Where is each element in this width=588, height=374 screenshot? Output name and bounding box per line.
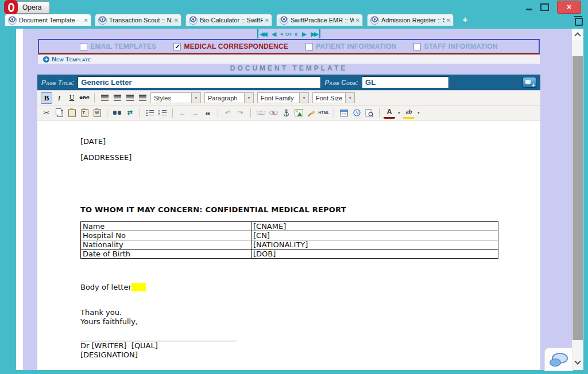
window-close-button[interactable]: × xyxy=(557,1,581,14)
pager-last-button[interactable]: ▶▶ xyxy=(311,29,320,38)
filter-patient-information[interactable]: ✓ PATIENT INFORMATION xyxy=(305,42,396,50)
tab-swiftpractice-emr[interactable]: SwiftPractice EMR :: W... × xyxy=(276,14,363,26)
tab-close-icon[interactable]: × xyxy=(356,17,359,24)
page-viewport: ◀◀ ◀ 4 OF 8 ▶ ▶▶ ✓ EMAIL TEMPLATES ✓ MED… xyxy=(16,29,583,370)
align-center-button[interactable] xyxy=(111,92,123,104)
font-size-dropdown[interactable]: Font Size ▼ xyxy=(312,92,355,103)
pager-first-button[interactable]: ◀◀ xyxy=(257,29,268,38)
page-title-input[interactable] xyxy=(78,76,321,88)
insert-time-button[interactable] xyxy=(351,107,362,119)
outdent-button[interactable]: ← xyxy=(177,107,188,119)
undo-button[interactable]: ↶ xyxy=(222,107,234,119)
tab-title: Bio-Calculator :: SwiftP... xyxy=(200,17,263,24)
redo-button[interactable]: ↷ xyxy=(235,107,246,119)
chevron-down-icon[interactable]: ▼ xyxy=(345,93,354,103)
styles-dropdown[interactable]: Styles ▼ xyxy=(150,92,201,103)
tab-admission-register[interactable]: Admission Register :: S... × xyxy=(367,14,454,26)
font-color-chevron-icon[interactable]: ▼ xyxy=(396,111,402,115)
pager-position-label: 4 OF 8 xyxy=(280,32,297,37)
tab-close-icon[interactable]: × xyxy=(265,17,269,24)
tab-favicon-icon xyxy=(98,16,107,25)
table-row: Nationality [NATIONALITY] xyxy=(81,240,498,250)
bullet-list-icon xyxy=(146,110,154,116)
underline-button[interactable]: U xyxy=(66,92,78,104)
italic-button[interactable]: I xyxy=(53,92,65,104)
chat-widget-button[interactable] xyxy=(544,348,573,371)
browser-titlebar: Opera × xyxy=(0,0,588,14)
page-background: ◀◀ ◀ 4 OF 8 ▶ ▶▶ ✓ EMAIL TEMPLATES ✓ MED… xyxy=(23,29,572,370)
chevron-down-icon[interactable]: ▼ xyxy=(244,93,253,103)
pager-next-button[interactable]: ▶ xyxy=(302,29,307,38)
filter-medical-correspondence[interactable]: ✓ MEDICAL CORRESPONDENCE xyxy=(173,42,288,50)
table-cell-label: Nationality xyxy=(81,240,252,250)
paragraph-format-dropdown[interactable]: Paragraph ▼ xyxy=(204,92,254,103)
new-template-link[interactable]: New Template xyxy=(52,56,91,63)
email-templates-checkbox[interactable]: ✓ xyxy=(80,43,87,50)
highlight-color-chevron-icon[interactable]: ▼ xyxy=(416,111,421,115)
unlink-icon xyxy=(269,111,278,115)
tab-bio-calculator[interactable]: Bio-Calculator :: SwiftP... × xyxy=(185,14,272,26)
html-source-button[interactable]: HTML xyxy=(318,107,330,119)
template-field-bar: Page Title: Page Code: xyxy=(37,75,540,90)
insert-image-button[interactable] xyxy=(293,107,304,119)
highlight-color-button[interactable]: ab xyxy=(403,107,415,119)
medical-correspondence-checkbox[interactable]: ✓ xyxy=(173,43,181,50)
window-minimize-button[interactable] xyxy=(526,4,532,10)
closed-tabs-trash-button[interactable] xyxy=(574,15,582,24)
toolbar-separator xyxy=(250,108,251,118)
table-cell-label: Date of Birth xyxy=(81,250,252,259)
anchor-button[interactable] xyxy=(280,107,292,119)
tab-close-icon[interactable]: × xyxy=(447,17,450,24)
paste-from-word-button[interactable] xyxy=(91,107,103,119)
page-title: DOCUMENT TEMPLATE xyxy=(37,64,540,72)
paste-button[interactable] xyxy=(66,107,78,119)
insert-link-button[interactable] xyxy=(255,107,266,119)
staff-information-checkbox[interactable]: ✓ xyxy=(413,43,421,50)
window-maximize-button[interactable] xyxy=(540,3,549,11)
pager-previous-button[interactable]: ◀ xyxy=(272,29,276,38)
filter-staff-information[interactable]: ✓ STAFF INFORMATION xyxy=(413,42,497,50)
designation-merge-field: [DESIGNATION] xyxy=(80,350,540,360)
filter-email-templates[interactable]: ✓ EMAIL TEMPLATES xyxy=(80,42,156,50)
chevron-down-icon[interactable]: ▼ xyxy=(191,93,200,103)
font-color-button[interactable]: A xyxy=(384,107,395,119)
letter-subject-heading: TO WHOM IT MAY CONCERN: CONFIDENTIAL MED… xyxy=(80,206,540,214)
tab-transaction-scout[interactable]: Transaction Scout :: NE... × xyxy=(95,14,181,26)
find-replace-button[interactable]: ⇄ xyxy=(124,107,136,119)
cut-button[interactable]: ✂ xyxy=(41,107,52,119)
document-editor-canvas[interactable]: [DATE] [ADDRESSEE] TO WHOM IT MAY CONCER… xyxy=(37,120,540,370)
bullet-list-button[interactable] xyxy=(144,107,156,119)
align-left-button[interactable] xyxy=(99,92,110,104)
align-justify-button[interactable] xyxy=(137,92,148,104)
tab-close-icon[interactable]: × xyxy=(84,17,88,24)
new-tab-button[interactable]: + xyxy=(459,15,471,25)
preview-button[interactable] xyxy=(363,107,375,119)
insert-date-button[interactable] xyxy=(338,107,350,119)
patient-information-checkbox[interactable]: ✓ xyxy=(305,43,313,50)
vertical-scrollbar[interactable] xyxy=(572,29,583,370)
chevron-down-icon[interactable]: ▼ xyxy=(299,93,308,103)
tab-close-icon[interactable]: × xyxy=(175,17,178,24)
save-template-icon[interactable] xyxy=(523,77,536,88)
numbered-list-button[interactable] xyxy=(157,107,168,119)
copy-button[interactable] xyxy=(53,107,65,119)
anchor-icon xyxy=(283,109,290,117)
scroll-down-arrow-icon[interactable] xyxy=(572,356,583,368)
indent-button[interactable]: → xyxy=(189,107,201,119)
align-right-button[interactable] xyxy=(124,92,136,104)
blockquote-button[interactable]: “ xyxy=(202,107,214,119)
font-family-dropdown[interactable]: Font Family ▼ xyxy=(257,92,309,103)
cleanup-button[interactable] xyxy=(305,107,317,119)
tab-document-template[interactable]: Document Template - ... × xyxy=(5,14,91,26)
record-pager: ◀◀ ◀ 4 OF 8 ▶ ▶▶ xyxy=(37,29,540,39)
strikethrough-button[interactable]: ABC xyxy=(79,92,90,104)
bold-button[interactable]: B xyxy=(41,92,52,104)
thank-you-line: Thank you. xyxy=(80,308,540,317)
scrollbar-thumb[interactable] xyxy=(572,56,583,340)
page-code-input[interactable] xyxy=(362,76,449,88)
opera-menu-button[interactable]: Opera xyxy=(7,1,50,14)
find-button[interactable] xyxy=(111,107,123,119)
remove-link-button[interactable] xyxy=(268,107,279,119)
scroll-up-arrow-icon[interactable] xyxy=(572,29,583,40)
paste-as-text-button[interactable] xyxy=(79,107,90,119)
